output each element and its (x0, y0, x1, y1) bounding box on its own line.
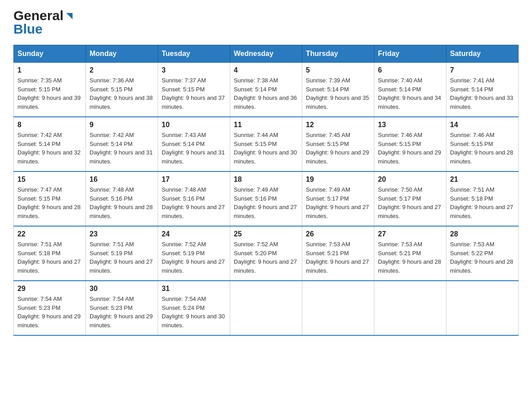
calendar-cell: 15 Sunrise: 7:47 AM Sunset: 5:15 PM Dayl… (14, 171, 86, 226)
day-number: 5 (306, 66, 370, 74)
day-number: 14 (450, 121, 515, 129)
page-header: General Blue (13, 9, 519, 36)
header-wednesday: Wednesday (230, 45, 302, 63)
calendar-cell: 4 Sunrise: 7:38 AM Sunset: 5:14 PM Dayli… (230, 63, 302, 117)
day-number: 27 (378, 230, 442, 238)
calendar-cell: 7 Sunrise: 7:41 AM Sunset: 5:14 PM Dayli… (446, 63, 519, 117)
day-number: 24 (162, 230, 226, 238)
day-number: 19 (306, 176, 370, 184)
calendar-cell: 19 Sunrise: 7:49 AM Sunset: 5:17 PM Dayl… (302, 171, 374, 226)
day-number: 15 (17, 176, 82, 184)
calendar-week-1: 1 Sunrise: 7:35 AM Sunset: 5:15 PM Dayli… (14, 63, 519, 117)
day-number: 26 (306, 230, 370, 238)
day-info: Sunrise: 7:44 AM Sunset: 5:15 PM Dayligh… (234, 131, 298, 166)
logo-blue-text: Blue (13, 21, 43, 36)
day-info: Sunrise: 7:41 AM Sunset: 5:14 PM Dayligh… (450, 76, 515, 111)
day-info: Sunrise: 7:40 AM Sunset: 5:14 PM Dayligh… (378, 76, 442, 111)
logo-general-text: General (13, 9, 64, 22)
calendar-cell: 22 Sunrise: 7:51 AM Sunset: 5:18 PM Dayl… (14, 226, 86, 281)
day-info: Sunrise: 7:53 AM Sunset: 5:22 PM Dayligh… (450, 240, 515, 275)
calendar-cell: 29 Sunrise: 7:54 AM Sunset: 5:23 PM Dayl… (14, 281, 86, 335)
logo: General Blue (13, 9, 74, 36)
day-info: Sunrise: 7:42 AM Sunset: 5:14 PM Dayligh… (17, 131, 82, 166)
calendar-cell: 9 Sunrise: 7:42 AM Sunset: 5:14 PM Dayli… (86, 117, 158, 171)
day-number: 16 (90, 176, 154, 184)
day-info: Sunrise: 7:45 AM Sunset: 5:15 PM Dayligh… (306, 131, 370, 166)
calendar-cell: 11 Sunrise: 7:44 AM Sunset: 5:15 PM Dayl… (230, 117, 302, 171)
day-number: 13 (378, 121, 442, 129)
calendar-cell: 31 Sunrise: 7:54 AM Sunset: 5:24 PM Dayl… (158, 281, 230, 335)
day-number: 8 (17, 121, 82, 129)
day-number: 31 (162, 285, 226, 293)
day-info: Sunrise: 7:36 AM Sunset: 5:15 PM Dayligh… (90, 76, 154, 111)
day-info: Sunrise: 7:38 AM Sunset: 5:14 PM Dayligh… (234, 76, 298, 111)
calendar-week-5: 29 Sunrise: 7:54 AM Sunset: 5:23 PM Dayl… (14, 281, 519, 335)
day-info: Sunrise: 7:52 AM Sunset: 5:20 PM Dayligh… (234, 240, 298, 275)
day-number: 20 (378, 176, 442, 184)
day-number: 10 (162, 121, 226, 129)
day-number: 30 (90, 285, 154, 293)
calendar-cell: 5 Sunrise: 7:39 AM Sunset: 5:14 PM Dayli… (302, 63, 374, 117)
day-number: 11 (234, 121, 298, 129)
svg-marker-0 (66, 13, 73, 19)
day-number: 18 (234, 176, 298, 184)
calendar-cell: 30 Sunrise: 7:54 AM Sunset: 5:23 PM Dayl… (86, 281, 158, 335)
day-info: Sunrise: 7:42 AM Sunset: 5:14 PM Dayligh… (90, 131, 154, 166)
day-info: Sunrise: 7:48 AM Sunset: 5:16 PM Dayligh… (162, 185, 226, 220)
day-info: Sunrise: 7:46 AM Sunset: 5:15 PM Dayligh… (450, 131, 515, 166)
day-info: Sunrise: 7:51 AM Sunset: 5:18 PM Dayligh… (17, 240, 82, 275)
day-number: 4 (234, 66, 298, 74)
calendar-cell (302, 281, 374, 335)
day-number: 23 (90, 230, 154, 238)
calendar-cell: 26 Sunrise: 7:53 AM Sunset: 5:21 PM Dayl… (302, 226, 374, 281)
day-info: Sunrise: 7:50 AM Sunset: 5:17 PM Dayligh… (378, 185, 442, 220)
day-number: 22 (17, 230, 82, 238)
day-info: Sunrise: 7:35 AM Sunset: 5:15 PM Dayligh… (17, 76, 82, 111)
day-info: Sunrise: 7:49 AM Sunset: 5:16 PM Dayligh… (234, 185, 298, 220)
calendar-cell: 8 Sunrise: 7:42 AM Sunset: 5:14 PM Dayli… (14, 117, 86, 171)
logo-triangle-icon (64, 11, 74, 21)
calendar-table: SundayMondayTuesdayWednesdayThursdayFrid… (13, 45, 519, 336)
calendar-header-row: SundayMondayTuesdayWednesdayThursdayFrid… (14, 45, 519, 63)
header-monday: Monday (86, 45, 158, 63)
header-saturday: Saturday (446, 45, 519, 63)
header-thursday: Thursday (302, 45, 374, 63)
day-number: 2 (90, 66, 154, 74)
calendar-week-2: 8 Sunrise: 7:42 AM Sunset: 5:14 PM Dayli… (14, 117, 519, 171)
calendar-cell: 23 Sunrise: 7:51 AM Sunset: 5:19 PM Dayl… (86, 226, 158, 281)
calendar-cell (230, 281, 302, 335)
day-info: Sunrise: 7:53 AM Sunset: 5:21 PM Dayligh… (306, 240, 370, 275)
header-sunday: Sunday (14, 45, 86, 63)
calendar-week-3: 15 Sunrise: 7:47 AM Sunset: 5:15 PM Dayl… (14, 171, 519, 226)
calendar-cell: 17 Sunrise: 7:48 AM Sunset: 5:16 PM Dayl… (158, 171, 230, 226)
calendar-cell: 25 Sunrise: 7:52 AM Sunset: 5:20 PM Dayl… (230, 226, 302, 281)
day-info: Sunrise: 7:51 AM Sunset: 5:19 PM Dayligh… (90, 240, 154, 275)
calendar-cell: 21 Sunrise: 7:51 AM Sunset: 5:18 PM Dayl… (446, 171, 519, 226)
calendar-cell: 16 Sunrise: 7:48 AM Sunset: 5:16 PM Dayl… (86, 171, 158, 226)
calendar-cell (374, 281, 446, 335)
day-number: 12 (306, 121, 370, 129)
day-number: 28 (450, 230, 515, 238)
calendar-cell: 10 Sunrise: 7:43 AM Sunset: 5:14 PM Dayl… (158, 117, 230, 171)
day-info: Sunrise: 7:39 AM Sunset: 5:14 PM Dayligh… (306, 76, 370, 111)
calendar-cell: 18 Sunrise: 7:49 AM Sunset: 5:16 PM Dayl… (230, 171, 302, 226)
day-number: 3 (162, 66, 226, 74)
calendar-cell: 27 Sunrise: 7:53 AM Sunset: 5:21 PM Dayl… (374, 226, 446, 281)
calendar-cell: 24 Sunrise: 7:52 AM Sunset: 5:19 PM Dayl… (158, 226, 230, 281)
day-number: 21 (450, 176, 515, 184)
day-number: 6 (378, 66, 442, 74)
day-number: 25 (234, 230, 298, 238)
day-number: 17 (162, 176, 226, 184)
day-info: Sunrise: 7:49 AM Sunset: 5:17 PM Dayligh… (306, 185, 370, 220)
day-number: 1 (17, 66, 82, 74)
day-number: 7 (450, 66, 515, 74)
calendar-cell (446, 281, 519, 335)
day-number: 29 (17, 285, 82, 293)
calendar-cell: 13 Sunrise: 7:46 AM Sunset: 5:15 PM Dayl… (374, 117, 446, 171)
calendar-cell: 28 Sunrise: 7:53 AM Sunset: 5:22 PM Dayl… (446, 226, 519, 281)
day-info: Sunrise: 7:51 AM Sunset: 5:18 PM Dayligh… (450, 185, 515, 220)
calendar-cell: 12 Sunrise: 7:45 AM Sunset: 5:15 PM Dayl… (302, 117, 374, 171)
calendar-cell: 20 Sunrise: 7:50 AM Sunset: 5:17 PM Dayl… (374, 171, 446, 226)
day-info: Sunrise: 7:46 AM Sunset: 5:15 PM Dayligh… (378, 131, 442, 166)
header-friday: Friday (374, 45, 446, 63)
